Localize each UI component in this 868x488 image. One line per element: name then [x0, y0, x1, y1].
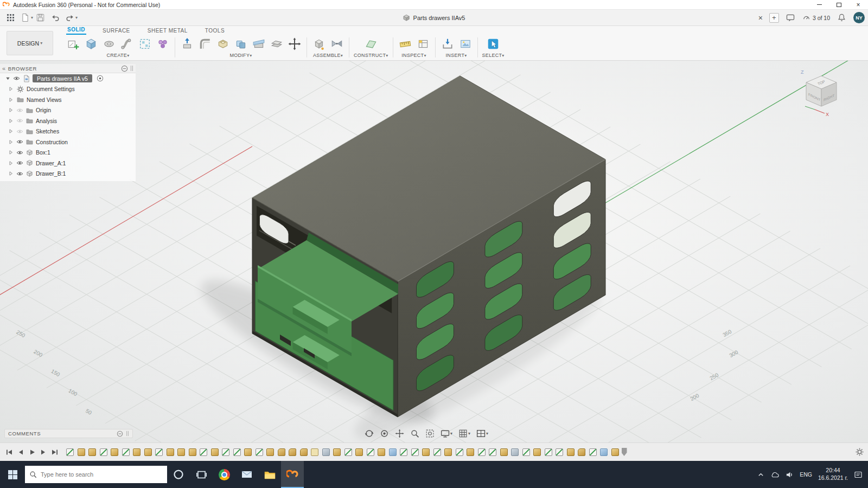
start-button[interactable] [0, 461, 25, 488]
notification-bell-icon[interactable] [834, 11, 849, 24]
timeline-step-forward-button[interactable] [39, 447, 48, 457]
assemble-group-label[interactable]: ASSEMBLE▾ [313, 53, 343, 60]
timeline-feature-icon[interactable] [500, 448, 508, 456]
timeline-feature-icon[interactable] [278, 448, 285, 456]
timeline-feature-icon[interactable] [511, 448, 519, 456]
panel-options-icon[interactable] [117, 431, 123, 437]
close-button[interactable]: × [848, 0, 868, 9]
select-button[interactable] [486, 36, 501, 52]
timeline-feature-icon[interactable] [578, 448, 585, 456]
expand-arrow-icon[interactable] [4, 76, 11, 81]
section-analysis-button[interactable] [416, 36, 431, 52]
select-group-label[interactable]: SELECT▾ [482, 53, 505, 60]
document-tab[interactable]: Parts drawers IIAv5 [403, 14, 465, 21]
expand-arrow-icon[interactable] [8, 118, 14, 124]
expand-arrow-icon[interactable] [8, 107, 14, 113]
timeline-feature-icon[interactable] [289, 448, 296, 456]
taskbar-search[interactable] [25, 466, 167, 483]
modify-group-label[interactable]: MODIFY▾ [229, 53, 252, 60]
tab-close-button[interactable]: × [756, 14, 765, 22]
panel-options-icon[interactable] [121, 65, 128, 72]
joint-button[interactable] [329, 36, 344, 52]
timeline-step-back-button[interactable] [16, 447, 25, 457]
timeline-feature-icon[interactable] [545, 448, 552, 456]
expand-arrow-icon[interactable] [8, 150, 14, 155]
browser-tree-item[interactable]: Origin [0, 105, 136, 116]
job-status[interactable]: 3 of 10 [802, 14, 830, 22]
timeline-feature-icon[interactable] [389, 448, 397, 456]
tab-surface[interactable]: SURFACE [101, 28, 131, 35]
display-settings-button[interactable]: ▾ [439, 428, 454, 439]
timeline-feature-icon[interactable] [233, 448, 241, 456]
panel-grip-icon[interactable] [130, 65, 133, 72]
file-menu-button[interactable] [18, 11, 33, 24]
visibility-eye-icon[interactable] [16, 129, 23, 134]
timeline-feature-icon[interactable] [300, 448, 308, 456]
timeline-go-to-start-button[interactable] [4, 447, 14, 457]
timeline-feature-icon[interactable] [589, 448, 597, 456]
tab-tools[interactable]: TOOLS [204, 28, 226, 35]
language-indicator[interactable]: ENG [800, 471, 812, 478]
expand-arrow-icon[interactable] [8, 129, 14, 134]
expand-arrow-icon[interactable] [8, 86, 14, 92]
fusion360-taskbar-icon[interactable] [281, 461, 304, 488]
timeline-feature-icon[interactable] [333, 448, 341, 456]
timeline-feature-icon[interactable] [244, 448, 252, 456]
timeline-feature-icon[interactable] [167, 448, 174, 456]
timeline-feature-icon[interactable] [189, 448, 196, 456]
browser-tree-item[interactable]: Sketches [0, 126, 136, 137]
insert-group-label[interactable]: INSERT▾ [446, 53, 467, 60]
timeline-feature-icon[interactable] [355, 448, 363, 456]
timeline-feature-icon[interactable] [111, 448, 118, 456]
create-sketch-button[interactable] [66, 36, 81, 52]
timeline-feature-icon[interactable] [122, 448, 130, 456]
timeline-feature-icon[interactable] [378, 448, 385, 456]
browser-tree-item[interactable]: Drawer_B:1 [0, 169, 136, 179]
timeline-feature-icon[interactable] [456, 448, 463, 456]
browser-tree-item[interactable]: Construction [0, 137, 136, 147]
tab-sheet-metal[interactable]: SHEET METAL [146, 28, 189, 35]
collapse-panel-icon[interactable]: « [2, 65, 6, 72]
visibility-eye-icon[interactable] [16, 150, 23, 155]
timeline-feature-icon[interactable] [567, 448, 575, 456]
clock[interactable]: 20:44 16.6.2021 г. [818, 467, 848, 481]
mail-icon[interactable] [235, 461, 258, 488]
task-view-button[interactable] [190, 461, 213, 488]
construction-plane-button[interactable] [363, 36, 379, 52]
timeline-go-to-end-button[interactable] [50, 447, 60, 457]
comment-bubble-icon[interactable] [783, 11, 798, 24]
expand-arrow-icon[interactable] [8, 160, 14, 166]
timeline-feature-icon[interactable] [556, 448, 563, 456]
comments-bar[interactable]: COMMENTS [4, 429, 133, 438]
press-pull-button[interactable] [180, 36, 195, 52]
activate-radio-icon[interactable] [97, 75, 104, 82]
viewports-button[interactable]: ▾ [475, 428, 489, 439]
timeline-feature-icon[interactable] [344, 448, 352, 456]
timeline-feature-icon[interactable] [78, 448, 85, 456]
look-at-button[interactable] [379, 428, 390, 439]
browser-tree-item[interactable]: Document Settings [0, 84, 136, 95]
orbit-button[interactable] [363, 428, 375, 439]
tab-solid[interactable]: SOLID [66, 27, 86, 35]
expand-arrow-icon[interactable] [8, 97, 14, 102]
file-explorer-icon[interactable] [258, 461, 281, 488]
undo-button[interactable] [48, 11, 62, 24]
measure-button[interactable] [398, 36, 413, 52]
sweep-button[interactable] [119, 36, 135, 52]
timeline-feature-icon[interactable] [211, 448, 219, 456]
create-group-label[interactable]: CREATE▾ [107, 53, 130, 60]
timeline-feature-icon[interactable] [256, 448, 263, 456]
zoom-button[interactable] [409, 428, 420, 439]
user-avatar[interactable]: NY [853, 12, 865, 23]
action-center-icon[interactable] [854, 471, 863, 479]
minimize-button[interactable] [809, 0, 829, 9]
split-body-button[interactable] [251, 36, 266, 52]
timeline-feature-icon[interactable] [200, 448, 207, 456]
insert-derive-button[interactable] [440, 36, 455, 52]
visibility-eye-icon[interactable] [16, 171, 23, 176]
timeline-feature-icon[interactable] [444, 448, 452, 456]
expand-arrow-icon[interactable] [8, 139, 14, 145]
move-copy-button[interactable] [287, 36, 302, 52]
timeline-feature-icon[interactable] [311, 448, 318, 456]
expand-arrow-icon[interactable] [8, 171, 14, 176]
